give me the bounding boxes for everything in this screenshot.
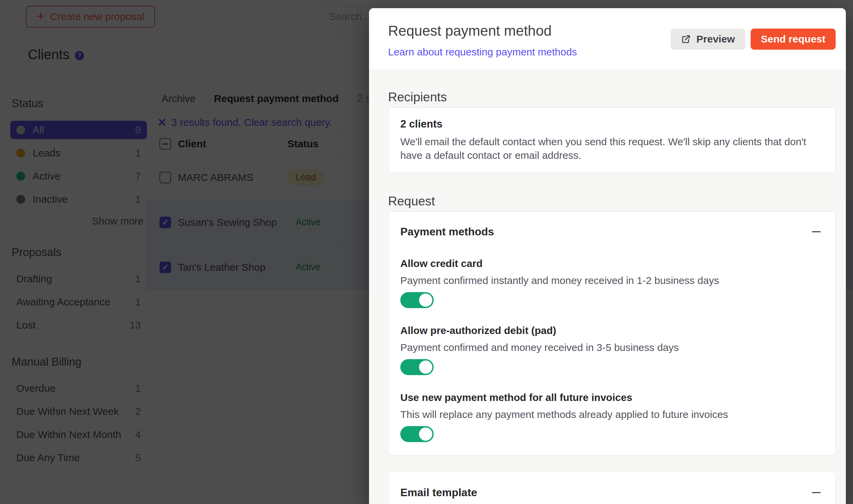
recipients-heading: Recipients [388, 90, 836, 104]
allow-credit-card-toggle[interactable] [400, 292, 434, 308]
request-payment-method-modal: Request payment method Learn about reque… [369, 8, 846, 504]
modal-body: Recipients 2 clients We'll email the def… [369, 70, 846, 504]
recipients-card: 2 clients We'll email the default contac… [388, 107, 836, 173]
toggle-description: This will replace any payment methods al… [400, 408, 823, 421]
modal-header: Request payment method Learn about reque… [369, 8, 846, 70]
toggle-knob [419, 293, 432, 307]
recipients-description: We'll email the default contact when you… [400, 135, 815, 162]
toggle-knob [419, 427, 432, 441]
external-link-icon [681, 34, 691, 44]
credit-card-toggle-group: Allow credit card Payment confirmed inst… [400, 257, 823, 308]
modal-header-buttons: Preview Send request [671, 29, 836, 50]
use-new-payment-method-toggle[interactable] [400, 426, 434, 442]
collapse-payment-methods-button[interactable] [809, 225, 823, 238]
allow-pad-toggle[interactable] [400, 359, 434, 375]
email-template-card: Email template [388, 472, 836, 504]
minus-icon [812, 231, 821, 232]
email-template-title: Email template [400, 486, 477, 499]
preview-button-label: Preview [697, 33, 735, 45]
preview-button[interactable]: Preview [671, 29, 745, 50]
future-invoices-toggle-group: Use new payment method for all future in… [400, 391, 823, 442]
pad-toggle-group: Allow pre-authorized debit (pad) Payment… [400, 324, 823, 375]
toggle-label: Use new payment method for all future in… [400, 391, 823, 404]
recipients-count: 2 clients [400, 118, 822, 130]
payment-methods-title: Payment methods [400, 225, 494, 238]
toggle-label: Allow pre-authorized debit (pad) [400, 324, 823, 337]
request-heading: Request [388, 195, 836, 208]
send-request-button[interactable]: Send request [751, 29, 836, 50]
send-request-button-label: Send request [761, 33, 825, 45]
collapse-email-template-button[interactable] [809, 486, 823, 499]
app-root: + Create new proposal Clients ? Status A… [0, 0, 853, 504]
toggle-label: Allow credit card [400, 257, 823, 270]
toggle-description: Payment confirmed and money received in … [400, 341, 823, 354]
learn-about-link[interactable]: Learn about requesting payment methods [388, 46, 577, 58]
toggle-knob [419, 360, 432, 374]
toggle-description: Payment confirmed instantly and money re… [400, 274, 823, 287]
payment-methods-card: Payment methods Allow credit card Paymen… [388, 212, 836, 455]
minus-icon [812, 492, 821, 493]
